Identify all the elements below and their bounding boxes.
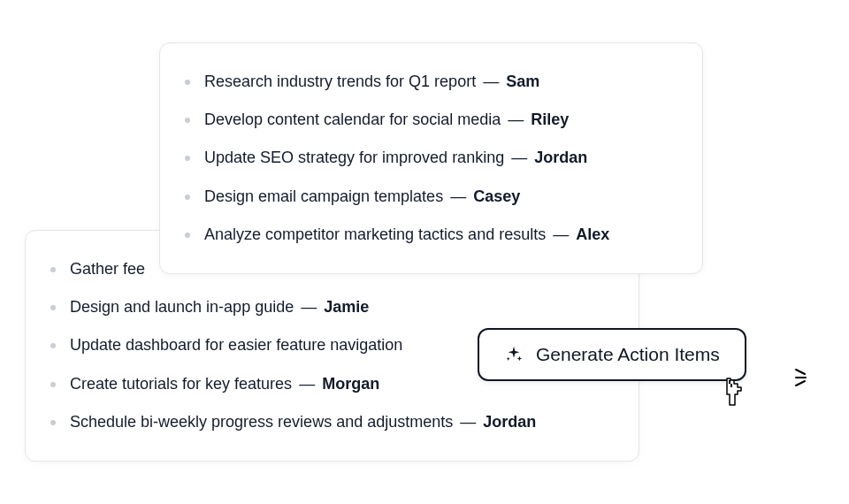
bullet-icon	[50, 343, 56, 348]
assignee-name: Morgan	[322, 375, 379, 393]
action-items-list-front: Research industry trends for Q1 report —…	[185, 63, 677, 254]
bullet-icon	[185, 118, 190, 123]
list-item: Analyze competitor marketing tactics and…	[185, 216, 677, 254]
task-label: Create tutorials for key features	[70, 375, 292, 393]
bullet-icon	[185, 156, 190, 161]
task-label: Schedule bi-weekly progress reviews and …	[70, 413, 453, 431]
generate-action-items-button[interactable]: Generate Action Items	[478, 328, 746, 381]
svg-line-2	[796, 370, 805, 374]
task-label: Gather fee	[70, 260, 145, 278]
svg-rect-1	[730, 384, 732, 387]
list-item: Schedule bi-weekly progress reviews and …	[50, 403, 614, 441]
bullet-icon	[185, 80, 190, 85]
task-label: Update dashboard for easier feature navi…	[70, 336, 402, 354]
separator: —	[508, 111, 524, 128]
assignee-name: Riley	[531, 111, 569, 128]
list-item: Research industry trends for Q1 report —…	[185, 63, 677, 101]
task-text: Research industry trends for Q1 report —…	[204, 71, 677, 93]
separator: —	[483, 73, 499, 90]
separator: —	[460, 413, 476, 431]
task-label: Design email campaign templates	[204, 187, 443, 205]
sparkle-icon	[504, 345, 524, 364]
bullet-icon	[185, 195, 190, 200]
bullet-icon	[50, 267, 56, 272]
bullet-icon	[50, 305, 56, 310]
click-indicator-icon	[794, 364, 821, 391]
action-items-card-front: Research industry trends for Q1 report —…	[159, 42, 703, 274]
separator: —	[450, 187, 466, 205]
assignee-name: Casey	[473, 187, 520, 205]
assignee-name: Sam	[506, 73, 539, 90]
list-item: Develop content calendar for social medi…	[185, 101, 677, 139]
separator: —	[511, 149, 527, 166]
list-item: Design and launch in-app guide — Jamie	[50, 288, 614, 326]
task-label: Develop content calendar for social medi…	[204, 111, 501, 128]
assignee-name: Jordan	[483, 413, 536, 431]
task-label: Analyze competitor marketing tactics and…	[204, 225, 546, 243]
task-text: Schedule bi-weekly progress reviews and …	[70, 411, 614, 433]
bullet-icon	[185, 233, 190, 238]
task-label: Update SEO strategy for improved ranking	[204, 149, 504, 166]
separator: —	[299, 375, 315, 393]
task-text: Design and launch in-app guide — Jamie	[70, 296, 614, 318]
button-label: Generate Action Items	[536, 344, 720, 365]
svg-line-4	[796, 381, 805, 386]
bullet-icon	[50, 420, 56, 425]
task-label: Research industry trends for Q1 report	[204, 73, 476, 90]
list-item: Update SEO strategy for improved ranking…	[185, 139, 677, 177]
separator: —	[301, 298, 317, 316]
assignee-name: Jamie	[324, 298, 369, 316]
task-text: Analyze competitor marketing tactics and…	[204, 224, 677, 246]
assignee-name: Jordan	[534, 149, 587, 166]
separator: —	[553, 225, 569, 243]
task-label: Design and launch in-app guide	[70, 298, 294, 316]
bullet-icon	[50, 382, 56, 387]
task-text: Update SEO strategy for improved ranking…	[204, 147, 677, 169]
assignee-name: Alex	[576, 225, 609, 243]
task-text: Design email campaign templates — Casey	[204, 186, 677, 208]
list-item: Design email campaign templates — Casey	[185, 178, 677, 216]
task-text: Develop content calendar for social medi…	[204, 109, 677, 131]
